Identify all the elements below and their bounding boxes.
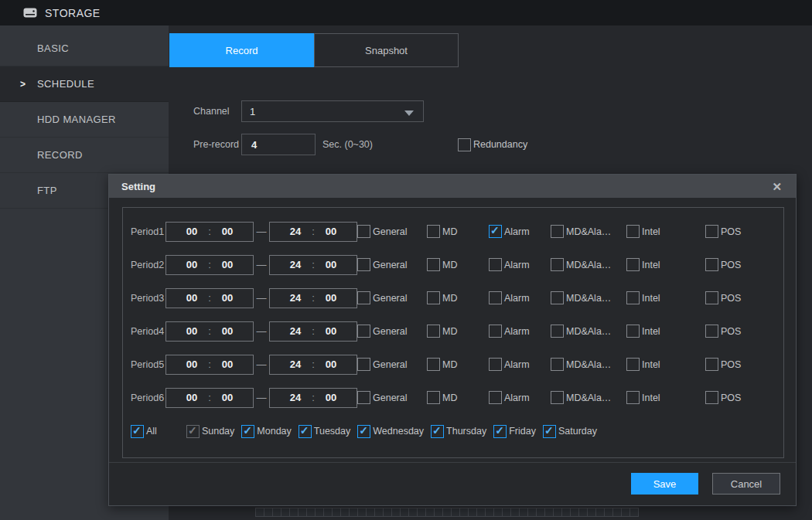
checkbox-alarm-period1[interactable]: ✓: [489, 225, 502, 238]
checkbox-intel-period6[interactable]: ✓: [626, 391, 640, 404]
checkbox-md-ala--period3[interactable]: ✓: [551, 291, 564, 304]
checkbox-intel-period5[interactable]: ✓: [626, 358, 640, 371]
record-type-cell: ✓General: [357, 291, 427, 304]
time-minute: 00: [326, 226, 336, 237]
checkbox-pos-period5[interactable]: ✓: [705, 358, 718, 371]
record-type-label: MD&Ala…: [566, 293, 611, 304]
channel-dropdown[interactable]: 1: [241, 100, 424, 122]
checkmark-icon: ✓: [495, 424, 504, 437]
day-label: Sunday: [202, 426, 234, 437]
checkbox-all[interactable]: ✓: [131, 425, 144, 438]
close-icon[interactable]: ✕: [772, 181, 782, 192]
time-range-dash: —: [254, 392, 269, 403]
checkbox-md-period5[interactable]: ✓: [427, 358, 440, 371]
period-end-time[interactable]: 24:00: [269, 288, 357, 308]
checkbox-md-ala--period2[interactable]: ✓: [551, 258, 564, 271]
checkbox-alarm-period4[interactable]: ✓: [489, 325, 502, 338]
checkbox-intel-period3[interactable]: ✓: [626, 291, 640, 304]
checkbox-intel-period1[interactable]: ✓: [626, 225, 640, 238]
checkbox-general-period6[interactable]: ✓: [357, 391, 370, 404]
checkbox-general-period2[interactable]: ✓: [357, 258, 370, 271]
checkbox-saturday[interactable]: ✓: [543, 425, 556, 438]
checkbox-pos-period3[interactable]: ✓: [705, 291, 718, 304]
checkbox-md-period4[interactable]: ✓: [427, 325, 440, 338]
sidebar-item-basic[interactable]: >BASIC: [0, 31, 169, 66]
time-minute: 00: [326, 359, 336, 370]
period-end-time[interactable]: 24:00: [269, 255, 357, 275]
checkbox-md-ala--period5[interactable]: ✓: [551, 358, 564, 371]
redundancy-checkbox[interactable]: [458, 138, 471, 151]
checkbox-general-period3[interactable]: ✓: [357, 291, 370, 304]
checkbox-friday[interactable]: ✓: [493, 425, 507, 438]
tab-record[interactable]: Record: [169, 33, 314, 67]
time-hour: 00: [186, 359, 197, 370]
checkbox-md-ala--period1[interactable]: ✓: [551, 225, 564, 238]
checkmark-icon: ✓: [432, 424, 442, 437]
checkbox-md-period3[interactable]: ✓: [427, 291, 440, 304]
period-start-time[interactable]: 00:00: [165, 388, 254, 408]
period-end-time[interactable]: 24:00: [269, 355, 357, 375]
sidebar-item-record[interactable]: >RECORD: [0, 138, 169, 173]
checkbox-pos-period4[interactable]: ✓: [705, 325, 718, 338]
chevron-down-icon: [404, 110, 414, 116]
checkbox-intel-period4[interactable]: ✓: [626, 325, 640, 338]
time-hour: 00: [186, 226, 197, 237]
sidebar-item-schedule[interactable]: >SCHEDULE: [0, 66, 169, 102]
period-start-time[interactable]: 00:00: [165, 222, 254, 242]
period-end-time[interactable]: 24:00: [269, 388, 357, 408]
checkbox-wednesday[interactable]: ✓: [357, 425, 370, 438]
day-label: Thursday: [446, 426, 486, 437]
period-start-time[interactable]: 00:00: [165, 321, 254, 342]
record-type-label: Intel: [642, 326, 660, 337]
checkbox-pos-period1[interactable]: ✓: [705, 225, 718, 238]
checkbox-md-period1[interactable]: ✓: [427, 225, 440, 238]
period-label: Period3: [131, 293, 165, 304]
checkbox-pos-period2[interactable]: ✓: [705, 258, 718, 271]
checkbox-alarm-period3[interactable]: ✓: [489, 291, 502, 304]
prerecord-input[interactable]: 4: [241, 134, 316, 155]
record-type-cell: ✓POS: [705, 325, 767, 338]
time-hour: 24: [290, 259, 301, 270]
sidebar-item-label: HDD MANAGER: [37, 114, 116, 125]
checkbox-md-ala--period6[interactable]: ✓: [551, 391, 564, 404]
sidebar-item-hdd-manager[interactable]: >HDD MANAGER: [0, 102, 169, 138]
checkbox-thursday[interactable]: ✓: [431, 425, 444, 438]
checkbox-monday[interactable]: ✓: [241, 425, 254, 438]
checkbox-md-ala--period4[interactable]: ✓: [551, 325, 564, 338]
record-type-cell: ✓MD&Ala…: [551, 258, 626, 271]
record-type-label: MD: [442, 226, 457, 237]
record-type-cell: ✓MD: [427, 325, 489, 338]
checkbox-general-period5[interactable]: ✓: [357, 358, 370, 371]
checkbox-general-period1[interactable]: ✓: [357, 225, 370, 238]
checkbox-alarm-period5[interactable]: ✓: [489, 358, 502, 371]
record-type-label: Intel: [642, 293, 660, 304]
checkbox-md-period6[interactable]: ✓: [427, 391, 440, 404]
period-label: Period4: [131, 326, 165, 337]
checkbox-alarm-period6[interactable]: ✓: [489, 391, 502, 404]
record-type-label: MD: [442, 393, 457, 403]
checkbox-tuesday[interactable]: ✓: [299, 425, 312, 438]
time-minute: 00: [326, 392, 336, 403]
record-type-label: General: [373, 293, 407, 304]
time-colon: :: [208, 292, 211, 304]
record-type-cell: ✓General: [357, 258, 427, 271]
period-end-time[interactable]: 24:00: [269, 321, 357, 342]
tab-snapshot[interactable]: Snapshot: [314, 33, 459, 67]
time-colon: :: [208, 226, 211, 237]
day-item-sunday: ✓Sunday: [186, 425, 234, 438]
period-end-time[interactable]: 24:00: [269, 222, 357, 242]
checkbox-intel-period2[interactable]: ✓: [626, 258, 640, 271]
period-start-time[interactable]: 00:00: [165, 255, 254, 275]
save-button[interactable]: Save: [631, 473, 698, 495]
checkbox-md-period2[interactable]: ✓: [427, 258, 440, 271]
time-colon: :: [312, 259, 315, 270]
period-start-time[interactable]: 00:00: [165, 288, 254, 308]
checkbox-alarm-period2[interactable]: ✓: [489, 258, 502, 271]
cancel-button[interactable]: Cancel: [712, 473, 780, 495]
period-start-time[interactable]: 00:00: [165, 355, 254, 375]
time-hour: 00: [186, 392, 197, 403]
checkbox-general-period4[interactable]: ✓: [357, 325, 370, 338]
prerecord-unit: Sec. (0~30): [322, 139, 373, 150]
record-type-label: POS: [721, 393, 741, 403]
checkbox-pos-period6[interactable]: ✓: [705, 391, 718, 404]
